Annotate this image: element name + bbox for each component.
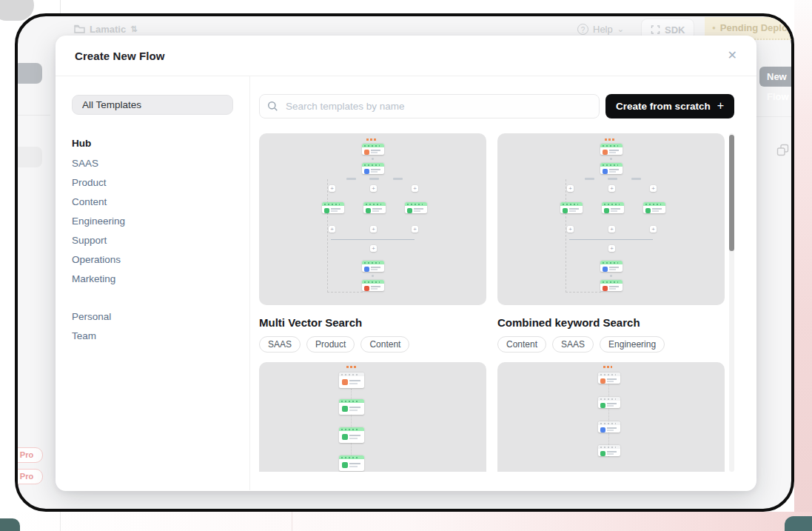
help-menu[interactable]: ? Help ⌄ xyxy=(577,24,624,35)
background-grid-line xyxy=(60,0,61,13)
template-card: Multi Vector Search SAAS Product Content xyxy=(259,133,486,353)
mini-plus-node xyxy=(329,226,335,233)
mini-connector-dot xyxy=(372,275,374,277)
sidebar-section-hub[interactable]: Hub xyxy=(72,138,233,149)
mini-flow-node xyxy=(339,427,364,443)
mini-flow-node xyxy=(600,144,623,155)
mini-connector-dot xyxy=(610,158,612,160)
search-icon xyxy=(267,101,278,112)
sidebar-item-saas[interactable]: SAAS xyxy=(72,158,233,168)
mini-flow-node xyxy=(598,373,620,384)
mini-dashed-line xyxy=(327,292,363,293)
template-search xyxy=(259,94,600,118)
sidebar-item-all-templates[interactable]: All Templates xyxy=(72,95,233,115)
folder-icon xyxy=(74,24,85,34)
copy-icon xyxy=(776,144,789,156)
mini-trigger-tick xyxy=(603,366,612,368)
mini-plus-node xyxy=(608,226,615,233)
pro-badge: Pro xyxy=(15,447,43,463)
tag-badge: SAAS xyxy=(552,336,594,353)
mini-flow-node xyxy=(362,280,384,291)
mini-flow-node xyxy=(600,163,623,174)
scrollbar-thumb[interactable] xyxy=(729,135,734,251)
mini-trigger-tick xyxy=(605,138,615,141)
template-thumbnail[interactable] xyxy=(259,133,486,305)
mini-flow-node xyxy=(363,202,386,213)
mini-plus-node xyxy=(370,185,377,192)
background-grid-line xyxy=(292,512,292,531)
mini-dashed-line xyxy=(566,179,566,293)
pending-deployment-label: Pending Deploy xyxy=(720,22,793,33)
mini-plus-node xyxy=(370,245,377,252)
sidebar-item-personal[interactable]: Personal xyxy=(72,312,233,321)
mini-flow-node xyxy=(560,202,583,213)
close-icon[interactable]: ✕ xyxy=(728,50,737,61)
template-scroll-area: Multi Vector Search SAAS Product Content xyxy=(259,133,734,472)
mini-plus-node xyxy=(567,185,574,192)
mini-flow-node xyxy=(598,445,620,456)
template-card xyxy=(497,362,725,472)
sidebar-logo-placeholder xyxy=(15,63,42,84)
template-title: Combined keyword Search xyxy=(497,316,725,329)
scrollbar-track[interactable] xyxy=(729,133,734,472)
workspace-switcher[interactable]: Lamatic ⇅ xyxy=(74,24,137,35)
search-input[interactable] xyxy=(284,100,591,113)
mini-branch-label xyxy=(608,178,617,180)
mini-flow-node xyxy=(598,397,620,408)
create-from-scratch-button[interactable]: Create from scratch + xyxy=(605,94,734,118)
sidebar-item-content[interactable]: Content xyxy=(72,197,233,207)
tag-badge: Content xyxy=(497,336,546,353)
tag-badge: Engineering xyxy=(600,336,665,353)
mini-connector-dot xyxy=(610,275,612,277)
sidebar-item-support[interactable]: Support xyxy=(72,236,233,245)
template-card xyxy=(259,362,486,472)
updown-caret-icon: ⇅ xyxy=(130,24,137,34)
mini-flow-node xyxy=(602,202,624,213)
sidebar-item-product[interactable]: Product xyxy=(72,178,233,187)
mini-flow-node xyxy=(598,421,620,433)
divider xyxy=(756,116,791,117)
template-title: Multi Vector Search xyxy=(259,316,486,329)
plus-icon: + xyxy=(717,99,724,113)
mini-plus-node xyxy=(650,226,657,233)
help-circle-icon: ? xyxy=(577,24,588,35)
mini-dashed-line xyxy=(566,292,601,293)
tag-badge: Product xyxy=(306,336,355,353)
mini-merge-line xyxy=(331,239,415,240)
template-thumbnail[interactable] xyxy=(259,362,486,472)
pink-gradient-band xyxy=(794,0,812,531)
background-grid-line xyxy=(60,512,61,531)
sidebar-item-placeholder xyxy=(15,147,42,167)
modal-title: Create New Flow xyxy=(75,50,165,62)
mini-plus-node xyxy=(370,226,377,233)
sidebar-item-operations[interactable]: Operations xyxy=(72,255,233,264)
mini-flow-node xyxy=(339,373,364,388)
mini-plus-node xyxy=(650,185,657,192)
chevron-down-icon: ⌄ xyxy=(617,24,624,34)
divider xyxy=(18,115,50,116)
pink-gradient-band xyxy=(0,512,812,531)
pro-badge: Pro xyxy=(15,469,43,484)
mini-branch-label xyxy=(585,178,594,180)
mini-flow-node xyxy=(322,202,344,213)
mini-branch-label xyxy=(346,178,356,180)
mini-flow-node xyxy=(339,399,364,415)
new-flow-button[interactable]: New Flow xyxy=(759,67,794,87)
sidebar-item-marketing[interactable]: Marketing xyxy=(72,274,233,284)
status-dot-icon: ● xyxy=(712,24,716,31)
create-new-flow-modal: Create New Flow ✕ All Templates Hub SAAS… xyxy=(56,36,756,491)
mini-merge-line xyxy=(569,239,653,240)
template-gallery: Create from scratch + Multi Vector Searc… xyxy=(250,76,756,490)
mini-trigger-tick xyxy=(346,366,357,368)
sidebar-item-engineering[interactable]: Engineering xyxy=(72,216,233,226)
mini-flow-node xyxy=(600,280,623,291)
mini-flow-node xyxy=(600,261,623,272)
modal-header: Create New Flow ✕ xyxy=(56,36,756,76)
sidebar-item-team[interactable]: Team xyxy=(72,331,233,341)
mini-flow-node xyxy=(643,202,665,213)
tag-badge: Content xyxy=(360,336,409,353)
template-thumbnail[interactable] xyxy=(497,362,725,472)
teal-corner-shape xyxy=(0,518,20,531)
template-thumbnail[interactable] xyxy=(497,133,725,305)
app-window-frame: Lamatic ⇅ ? Help ⌄ SDK ● Pending Deploy … xyxy=(15,13,794,512)
